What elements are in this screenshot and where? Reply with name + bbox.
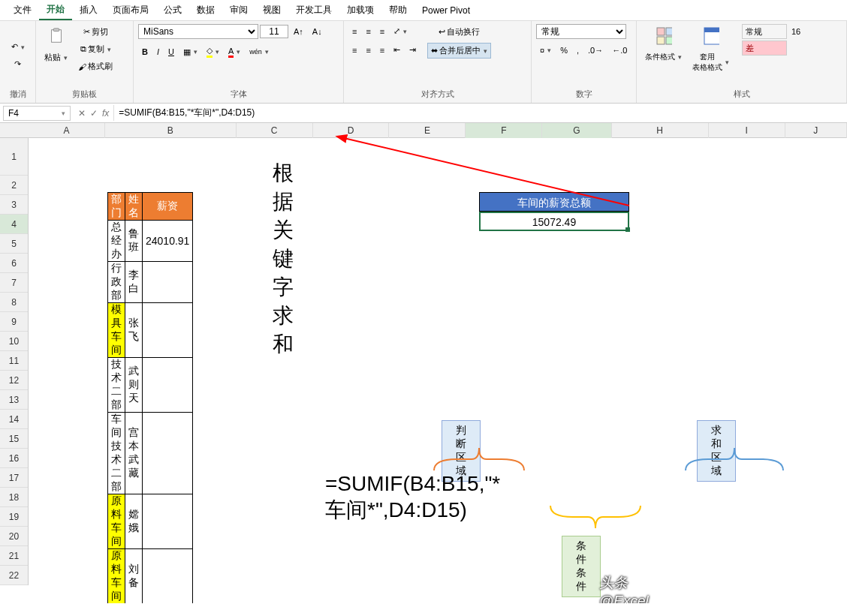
table-format-button[interactable] xyxy=(699,24,723,48)
col-header-G[interactable]: G xyxy=(542,123,611,138)
paste-button[interactable] xyxy=(44,24,68,48)
menu-tab-7[interactable]: 视图 xyxy=(255,1,288,20)
menu-tab-11[interactable]: Power Pivot xyxy=(414,2,478,19)
col-header-A[interactable]: A xyxy=(29,123,105,138)
table-cell[interactable]: 原料车间 xyxy=(108,494,125,549)
col-header-B[interactable]: B xyxy=(105,123,237,138)
cond-format-label[interactable]: 条件格式 xyxy=(641,50,686,65)
col-header-E[interactable]: E xyxy=(389,123,466,138)
comma-button[interactable]: , xyxy=(573,44,583,57)
menu-tab-9[interactable]: 加载项 xyxy=(339,1,381,20)
font-color-button[interactable]: A xyxy=(225,44,244,60)
name-box[interactable]: F4▾ xyxy=(3,106,71,121)
align-bottom-button[interactable]: ≡ xyxy=(376,25,388,38)
table-cell[interactable]: 武则天 xyxy=(125,358,143,413)
row-header-3[interactable]: 3 xyxy=(0,195,28,215)
col-header-I[interactable]: I xyxy=(709,123,785,138)
table-cell[interactable]: 嫦娥 xyxy=(125,494,143,549)
row-header-13[interactable]: 13 xyxy=(0,390,28,410)
row-header-2[interactable]: 2 xyxy=(0,176,28,195)
table-cell[interactable]: 技术二部 xyxy=(108,358,125,413)
table-cell[interactable] xyxy=(143,494,193,549)
phonetic-button[interactable]: wén xyxy=(246,46,273,58)
cancel-icon[interactable]: ✕ xyxy=(78,108,86,119)
indent-increase-button[interactable]: ⇥ xyxy=(405,43,420,57)
conditional-format-button[interactable] xyxy=(652,24,676,48)
font-size-input[interactable] xyxy=(260,25,288,38)
border-button[interactable]: ▦ xyxy=(179,45,201,59)
table-cell[interactable] xyxy=(143,549,193,604)
copy-button[interactable]: ⧉复制 xyxy=(74,41,116,57)
table-format-label[interactable]: 套用 表格格式 xyxy=(689,50,733,75)
menu-tab-2[interactable]: 插入 xyxy=(72,1,105,20)
indent-decrease-button[interactable]: ⇤ xyxy=(390,43,404,57)
fill-color-button[interactable]: ◇ xyxy=(203,44,223,60)
menu-tab-8[interactable]: 开发工具 xyxy=(288,1,339,20)
row-header-14[interactable]: 14 xyxy=(0,410,28,429)
currency-button[interactable]: ¤ xyxy=(536,44,555,57)
percent-button[interactable]: % xyxy=(556,44,571,57)
table-cell[interactable]: 宫本武藏 xyxy=(125,413,143,494)
style-normal[interactable]: 常规 xyxy=(742,24,787,39)
table-cell[interactable]: 鲁班 xyxy=(125,221,143,262)
menu-tab-5[interactable]: 数据 xyxy=(189,1,222,20)
align-top-button[interactable]: ≡ xyxy=(348,25,360,38)
table-cell[interactable] xyxy=(143,413,193,494)
bold-button[interactable]: B xyxy=(138,45,152,59)
redo-button[interactable]: ↷ xyxy=(11,57,25,71)
increase-decimal-button[interactable]: .0→ xyxy=(584,44,607,57)
table-cell[interactable]: 张飞 xyxy=(125,303,143,358)
menu-tab-1[interactable]: 开始 xyxy=(39,0,72,20)
decrease-font-button[interactable]: A↓ xyxy=(309,25,326,38)
table-cell[interactable] xyxy=(143,262,193,303)
row-header-7[interactable]: 7 xyxy=(0,273,28,293)
result-cell[interactable]: 15072.49 xyxy=(479,212,629,231)
align-right-button[interactable]: ≡ xyxy=(376,44,388,57)
row-header-19[interactable]: 19 xyxy=(0,507,28,527)
underline-button[interactable]: U xyxy=(164,45,178,59)
row-header-11[interactable]: 11 xyxy=(0,351,28,371)
col-header-C[interactable]: C xyxy=(237,123,313,138)
row-header-10[interactable]: 10 xyxy=(0,332,28,351)
style-bad[interactable]: 差 xyxy=(742,41,787,56)
italic-button[interactable]: I xyxy=(153,45,163,59)
menu-tab-3[interactable]: 页面布局 xyxy=(105,1,156,20)
menu-tab-6[interactable]: 审阅 xyxy=(222,1,255,20)
wrap-text-button[interactable]: ↩自动换行 xyxy=(427,24,491,40)
row-header-12[interactable]: 12 xyxy=(0,371,28,390)
row-header-4[interactable]: 4 xyxy=(0,215,28,234)
menu-tab-10[interactable]: 帮助 xyxy=(381,1,414,20)
format-painter-button[interactable]: 🖌格式刷 xyxy=(74,59,116,74)
row-header-9[interactable]: 9 xyxy=(0,312,28,332)
fx-icon[interactable]: fx xyxy=(102,108,109,119)
orientation-button[interactable]: ⤢ xyxy=(390,24,411,38)
undo-button[interactable]: ↶ xyxy=(8,40,29,54)
align-left-button[interactable]: ≡ xyxy=(348,44,360,57)
confirm-icon[interactable]: ✓ xyxy=(90,108,98,119)
table-cell[interactable]: 原料车间 xyxy=(108,549,125,604)
table-cell[interactable]: 模具车间 xyxy=(108,303,125,358)
decrease-decimal-button[interactable]: ←.0 xyxy=(608,44,631,57)
number-format-select[interactable]: 常规 xyxy=(536,24,626,39)
merge-button[interactable]: ⬌合并后居中 xyxy=(427,43,491,59)
row-header-15[interactable]: 15 xyxy=(0,429,28,449)
table-cell[interactable]: 刘备 xyxy=(125,549,143,604)
table-cell[interactable]: 24010.91 xyxy=(143,221,193,262)
row-header-17[interactable]: 17 xyxy=(0,468,28,488)
row-header-22[interactable]: 22 xyxy=(0,566,28,585)
col-header-H[interactable]: H xyxy=(612,123,709,138)
row-header-6[interactable]: 6 xyxy=(0,254,28,273)
col-header-D[interactable]: D xyxy=(313,123,390,138)
row-header-21[interactable]: 21 xyxy=(0,546,28,566)
row-header-20[interactable]: 20 xyxy=(0,527,28,546)
table-cell[interactable]: 总经办 xyxy=(108,221,125,262)
align-middle-button[interactable]: ≡ xyxy=(362,25,374,38)
table-cell[interactable]: 行政部 xyxy=(108,262,125,303)
table-cell[interactable]: 李白 xyxy=(125,262,143,303)
col-header-F[interactable]: F xyxy=(466,123,542,138)
row-header-8[interactable]: 8 xyxy=(0,293,28,312)
table-cell[interactable]: 车间技术二部 xyxy=(108,413,125,494)
cut-button[interactable]: ✂剪切 xyxy=(74,24,116,40)
row-header-1[interactable]: 1 xyxy=(0,138,28,176)
menu-tab-4[interactable]: 公式 xyxy=(156,1,189,20)
